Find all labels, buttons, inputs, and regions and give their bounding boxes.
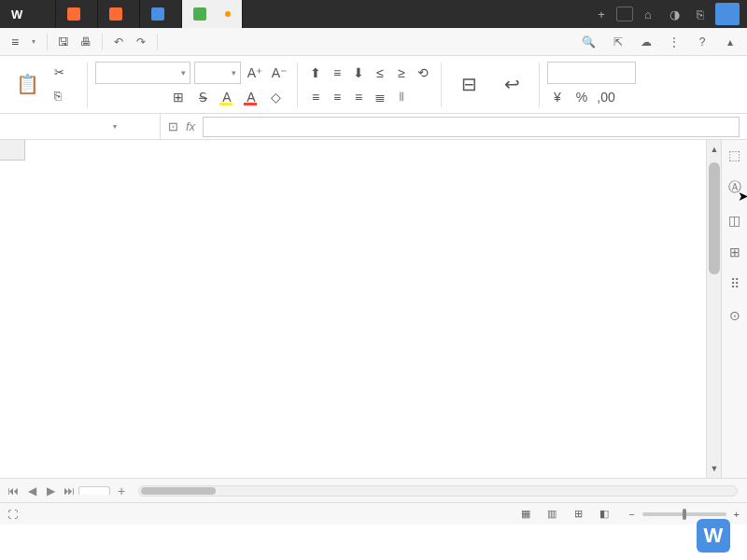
font-size-select[interactable]: ▾ (194, 62, 241, 84)
expand-fx-icon[interactable]: ⊡ (168, 119, 178, 133)
format-painter-button[interactable] (72, 86, 79, 106)
comma-icon[interactable]: ,00 (596, 87, 616, 107)
font-name-select[interactable]: ▾ (95, 62, 190, 84)
tab-docer[interactable] (56, 0, 98, 28)
more-icon[interactable]: ⋮ (665, 35, 684, 49)
tab-presentation[interactable] (98, 0, 140, 28)
qat-redo[interactable]: ↷ (131, 32, 151, 52)
sidebar-style-icon[interactable]: Ⓐ (728, 179, 741, 196)
align-left-icon[interactable]: ≡ (305, 87, 326, 107)
view-normal-icon[interactable]: ▦ (516, 506, 535, 523)
align-top-icon[interactable]: ⬆ (305, 63, 326, 83)
paste-icon: 📋 (16, 73, 39, 95)
view-page-icon[interactable]: ▥ (543, 506, 561, 523)
ribbon: 📋 ✂ ⎘ ▾ ▾ A⁺ A⁻ ⊞ S̶ A A ◇ ⬆ ≡ (0, 56, 747, 114)
sidebar-chart-icon[interactable]: ◫ (728, 213, 740, 228)
cut-button[interactable]: ✂ (50, 63, 79, 83)
select-all-corner[interactable] (0, 140, 25, 161)
hscroll-thumb[interactable] (141, 487, 216, 495)
wrap-text-button[interactable]: ↩ (492, 60, 531, 110)
grid-main[interactable] (0, 140, 706, 478)
paste-button[interactable]: 📋 (7, 60, 47, 110)
scroll-down-arrow[interactable]: ▼ (707, 461, 722, 476)
theme-icon[interactable]: ◑ (663, 3, 685, 25)
underline-button[interactable] (144, 87, 164, 107)
wps-home-tab[interactable]: W (0, 0, 56, 28)
bold-button[interactable] (95, 87, 116, 107)
horizontal-scrollbar[interactable] (138, 485, 738, 497)
skin-icon[interactable]: ⎘ (689, 3, 712, 25)
account-button[interactable] (715, 3, 740, 25)
tab-document[interactable] (140, 0, 182, 28)
collapse-ribbon-icon[interactable]: ▴ (721, 35, 740, 49)
name-box[interactable]: ▾ (0, 114, 161, 139)
align-bottom-icon[interactable]: ⬇ (348, 63, 369, 83)
sidebar-select-icon[interactable]: ⬚ (728, 147, 740, 162)
xls-icon (193, 7, 206, 21)
clear-format-button[interactable]: ◇ (265, 87, 286, 107)
fx-icon[interactable]: fx (186, 119, 195, 133)
cloud-icon[interactable]: ☁ (637, 35, 655, 49)
align-middle-icon[interactable]: ≡ (327, 63, 347, 83)
increase-font-icon[interactable]: A⁺ (245, 63, 265, 83)
zoom-in-button[interactable]: + (734, 509, 740, 520)
merge-center-button[interactable]: ⊟ (449, 60, 488, 110)
sidebar-properties-icon[interactable]: ⊞ (729, 245, 740, 259)
status-expand-icon[interactable]: ⛶ (7, 509, 18, 520)
number-format-select[interactable] (547, 62, 636, 84)
menubar: ≡ ▾ 🖫 🖶 ↶ ↷ 🔍 ⇱ ☁ ⋮ ? ▴ (0, 28, 747, 56)
vertical-scrollbar[interactable]: ▲ ▼ (706, 140, 721, 478)
percent-icon[interactable]: % (571, 87, 592, 107)
right-sidebar: ⬚ Ⓐ ◫ ⊞ ⠿ ⊙ (721, 140, 747, 478)
copy-button[interactable]: ⎘ (50, 86, 68, 106)
sheet-nav-last[interactable]: ⏭ (60, 484, 78, 497)
search-button[interactable]: 🔍 (582, 35, 599, 49)
distribute-icon[interactable]: ⫴ (391, 87, 412, 107)
align-center-icon[interactable]: ≡ (327, 87, 347, 107)
sidebar-apps-icon[interactable]: ⠿ (730, 276, 740, 291)
wps-logo-icon: W (697, 519, 730, 553)
italic-button[interactable] (120, 87, 140, 107)
sheet-nav-first[interactable]: ⏮ (4, 484, 22, 497)
menu-icon[interactable]: ≡ (7, 35, 22, 49)
titlebar: W + ⌂ ◑ ⎘ (0, 0, 747, 28)
watermark: W (697, 519, 736, 553)
font-color-button[interactable]: A (241, 87, 261, 107)
formula-bar: ▾ ⊡ fx (0, 114, 747, 140)
word-icon (151, 7, 164, 21)
fill-color-button[interactable]: A (217, 87, 237, 107)
add-sheet-button[interactable]: + (110, 483, 133, 498)
home-icon[interactable]: ⌂ (637, 3, 659, 25)
border-button[interactable]: ⊞ (168, 87, 189, 107)
view-break-icon[interactable]: ⊞ (569, 506, 587, 523)
help-icon[interactable]: ? (693, 35, 712, 49)
qat-save[interactable]: 🖫 (53, 32, 74, 52)
qat-undo[interactable]: ↶ (108, 32, 129, 52)
view-reading-icon[interactable]: ◧ (595, 506, 613, 523)
decrease-indent-icon[interactable]: ≤ (370, 63, 390, 83)
sheet-nav-prev[interactable]: ◀ (22, 484, 41, 497)
align-right-icon[interactable]: ≡ (348, 87, 369, 107)
modified-indicator (225, 11, 231, 17)
tab-count-badge[interactable] (616, 7, 633, 21)
sidebar-backup-icon[interactable]: ⊙ (729, 308, 740, 323)
sheet-nav-next[interactable]: ▶ (41, 484, 60, 497)
orientation-icon[interactable]: ⟲ (413, 63, 433, 83)
new-tab-button[interactable]: + (590, 3, 613, 25)
currency-icon[interactable]: ¥ (547, 87, 568, 107)
file-menu[interactable]: ▾ (24, 37, 41, 46)
zoom-slider[interactable] (642, 512, 726, 516)
qat-print[interactable]: 🖶 (76, 32, 96, 52)
scroll-up-arrow[interactable]: ▲ (707, 142, 722, 157)
tab-workbook[interactable] (182, 0, 243, 28)
vscroll-thumb[interactable] (709, 162, 720, 274)
formula-input[interactable] (203, 117, 740, 137)
increase-indent-icon[interactable]: ≥ (391, 63, 412, 83)
sheet-tab[interactable] (78, 486, 110, 495)
zoom-out-button[interactable]: − (628, 509, 634, 520)
strikethrough-button[interactable]: S̶ (192, 87, 213, 107)
justify-icon[interactable]: ≣ (370, 87, 390, 107)
spreadsheet-area: ▲ ▼ ⬚ Ⓐ ◫ ⊞ ⠿ ⊙ (0, 140, 747, 478)
decrease-font-icon[interactable]: A⁻ (269, 63, 289, 83)
share-icon[interactable]: ⇱ (609, 35, 627, 49)
